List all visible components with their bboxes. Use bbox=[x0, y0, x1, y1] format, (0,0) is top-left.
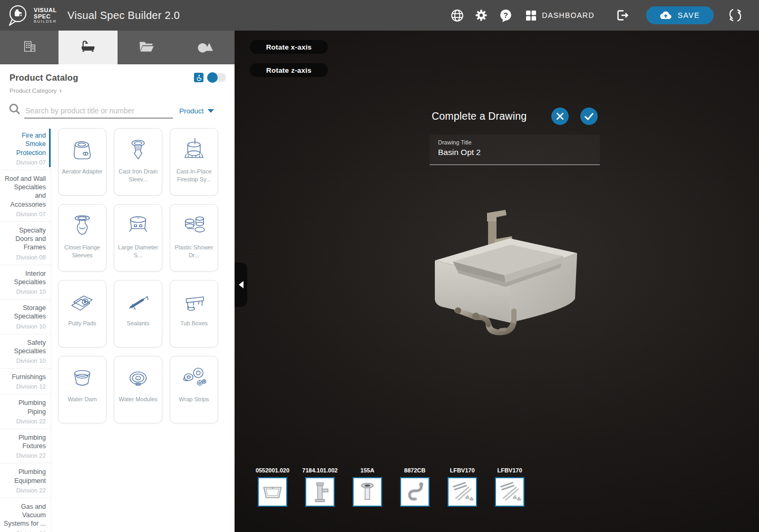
catalog-body: Fire and Smoke Protection Division 07 Ro… bbox=[0, 127, 235, 532]
basin-3d-model[interactable] bbox=[425, 198, 583, 341]
category-label: Roof and Wall Specialties and Accessorie… bbox=[2, 175, 46, 209]
sidebar-tab[interactable] bbox=[118, 31, 176, 64]
category-division: Division 22 bbox=[2, 530, 46, 532]
confirm-drawing-button[interactable] bbox=[580, 108, 598, 125]
sealants-icon bbox=[123, 286, 153, 320]
logo-wordmark: VISUAL SPEC BUILDER bbox=[34, 7, 57, 24]
plastic-shower-drain-icon bbox=[179, 210, 209, 244]
accessibility-toggle[interactable] bbox=[208, 73, 226, 82]
cast-iron-drain-sleeve-icon bbox=[123, 134, 153, 168]
globe-icon[interactable] bbox=[445, 9, 469, 22]
search-row: Product bbox=[0, 94, 235, 119]
rotate-z-axis-button[interactable]: Rotate z-axis bbox=[250, 63, 328, 77]
part-thumbnail[interactable]: 8872CB bbox=[400, 459, 430, 507]
sidebar-tab[interactable] bbox=[0, 31, 59, 64]
category-label: Plumbing Equipment bbox=[2, 468, 46, 485]
product-card[interactable]: Aerator Adapter bbox=[58, 128, 106, 196]
part-thumbnail[interactable]: 7184.101.002 bbox=[305, 459, 335, 507]
category-list-item[interactable]: Roof and Wall Specialties and Accessorie… bbox=[0, 170, 51, 222]
product-card[interactable]: Tub Boxes bbox=[170, 280, 218, 347]
svg-text:?: ? bbox=[503, 11, 508, 19]
part-thumbnail[interactable]: LFBV170 bbox=[495, 459, 524, 507]
logout-icon[interactable] bbox=[610, 8, 635, 22]
product-card-label: Cast-In-Place Firestop Sy... bbox=[170, 168, 218, 183]
search-filter-dropdown[interactable]: Product bbox=[179, 107, 214, 119]
sidebar-collapse-handle[interactable] bbox=[235, 263, 247, 307]
category-list-item[interactable]: Gas and Vacuum Systems for ... Division … bbox=[0, 498, 51, 532]
category-label: Plumbing Piping bbox=[2, 399, 46, 416]
chevron-left-icon bbox=[239, 281, 244, 288]
product-card[interactable]: Sealants bbox=[114, 280, 162, 347]
product-card[interactable]: Large Diameter S... bbox=[114, 204, 162, 272]
3d-viewport[interactable]: Rotate x-axis Rotate z-axis Complete a D… bbox=[235, 31, 759, 532]
shapes-icon bbox=[196, 38, 214, 56]
category-list-item[interactable]: Plumbing Piping Division 22 bbox=[0, 394, 51, 429]
sink-icon bbox=[258, 477, 287, 507]
putty-pads-icon bbox=[67, 286, 98, 320]
category-list-item[interactable]: Specialty Doors and Frames Division 08 bbox=[0, 222, 51, 265]
rotate-x-axis-button[interactable]: Rotate x-axis bbox=[250, 40, 328, 54]
sidebar-tabbar bbox=[0, 31, 235, 64]
sidebar-tab[interactable] bbox=[59, 31, 117, 64]
category-division: Division 10 bbox=[2, 357, 46, 364]
part-thumbnail[interactable]: 0552001.020 bbox=[258, 459, 287, 507]
settings-gear-icon[interactable] bbox=[469, 9, 493, 22]
search-input[interactable] bbox=[24, 104, 173, 119]
product-card[interactable]: Closet Flange Sleeves bbox=[58, 204, 106, 272]
category-list-item[interactable]: Fire and Smoke Protection Division 07 bbox=[0, 127, 51, 170]
save-button[interactable]: SAVE bbox=[646, 6, 714, 24]
category-label: Storage Specialties bbox=[2, 304, 46, 321]
product-card[interactable]: Water Dam bbox=[58, 356, 106, 423]
panel-header: Product Catalog Product Category › bbox=[0, 64, 235, 94]
part-code-label: 8872CB bbox=[397, 459, 433, 474]
logo-badge-icon bbox=[6, 3, 30, 27]
product-card[interactable]: Wrap Strips bbox=[170, 356, 218, 423]
cancel-drawing-button[interactable] bbox=[551, 108, 569, 125]
category-label: Gas and Vacuum Systems for ... bbox=[2, 502, 46, 528]
category-list-item[interactable]: Plumbing Equipment Division 22 bbox=[0, 463, 51, 498]
product-card[interactable]: Water Modules bbox=[114, 356, 162, 423]
p-trap-icon bbox=[400, 477, 430, 507]
breadcrumb[interactable]: Product Category › bbox=[9, 86, 226, 94]
water-dam-icon bbox=[67, 362, 98, 395]
part-code-label: 0552001.020 bbox=[255, 459, 290, 474]
drawing-title-label: Drawing Title bbox=[438, 139, 600, 146]
product-card-label: Putty Pads bbox=[65, 320, 99, 327]
drawing-header: Complete a Drawing bbox=[432, 108, 598, 125]
water-modules-icon bbox=[123, 362, 153, 395]
accessibility-icon[interactable] bbox=[194, 73, 203, 82]
category-list-item[interactable]: Plumbing Fixtures Division 22 bbox=[0, 429, 51, 464]
category-list-item[interactable]: Safety Specialties Division 10 bbox=[0, 334, 51, 369]
help-icon[interactable]: ? bbox=[493, 9, 518, 22]
supply-kit-icon bbox=[495, 477, 524, 507]
dashboard-button[interactable]: DASHBOARD bbox=[526, 11, 594, 21]
part-code-label: 7184.101.002 bbox=[302, 459, 338, 474]
category-list-item[interactable]: Interior Specialties Division 10 bbox=[0, 265, 51, 300]
bathtub-icon bbox=[80, 38, 96, 56]
category-list-item[interactable]: Furnishings Division 12 bbox=[0, 369, 51, 394]
category-label: Safety Specialties bbox=[2, 338, 46, 356]
product-card-label: Closet Flange Sleeves bbox=[59, 244, 106, 259]
category-label: Furnishings bbox=[2, 373, 46, 381]
product-card[interactable]: Putty Pads bbox=[58, 280, 106, 347]
product-card[interactable]: Cast-In-Place Firestop Sy... bbox=[170, 128, 218, 196]
product-card-label: Large Diameter S... bbox=[114, 244, 162, 259]
category-division: Division 22 bbox=[2, 452, 46, 459]
category-list-item[interactable]: Storage Specialties Division 10 bbox=[0, 299, 51, 334]
product-card[interactable]: Plastic Shower Dr... bbox=[170, 204, 218, 272]
header-actions: ? DASHBOARD bbox=[445, 6, 747, 24]
part-thumbnail[interactable]: 155A bbox=[353, 459, 382, 507]
sidebar-tab[interactable] bbox=[176, 31, 235, 64]
product-card-label: Sealants bbox=[124, 320, 152, 327]
drawing-title-input[interactable] bbox=[438, 148, 591, 157]
page-title: Visual Spec Builder 2.0 bbox=[67, 9, 180, 22]
part-thumbnail[interactable]: LFBV170 bbox=[447, 459, 477, 507]
product-card[interactable]: Cast Iron Drain Sleev... bbox=[114, 128, 162, 196]
category-division: Division 07 bbox=[2, 159, 46, 166]
supply-kit-icon bbox=[447, 477, 477, 507]
folder-open-icon bbox=[138, 39, 155, 56]
part-code-label: 155A bbox=[349, 459, 385, 474]
sync-icon[interactable] bbox=[723, 8, 747, 23]
wrap-strips-icon bbox=[179, 362, 209, 395]
category-label: Plumbing Fixtures bbox=[2, 433, 46, 451]
